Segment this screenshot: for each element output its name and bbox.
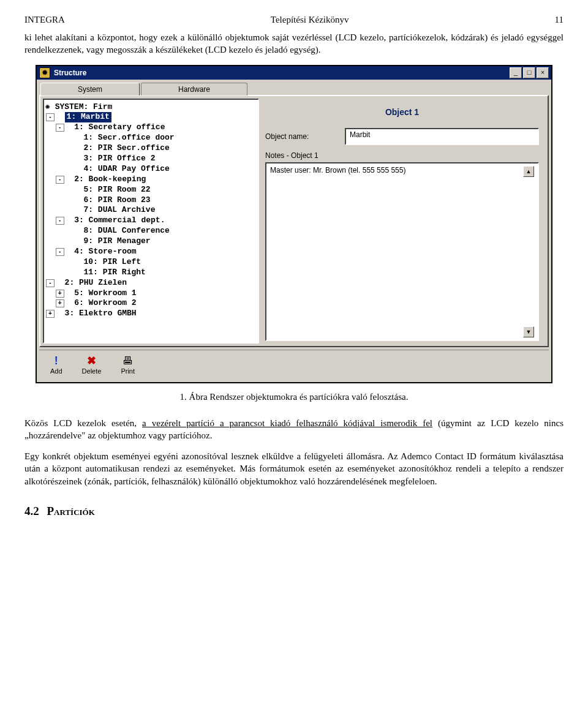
delete-icon: ✖ bbox=[87, 355, 96, 366]
header-left: INTEGRA bbox=[24, 15, 65, 25]
paragraph-lcd: Közös LCD kezelok esetén, a vezérelt par… bbox=[24, 417, 564, 442]
tree-pane[interactable]: ✺ SYSTEM: Firm - 1: Marbit - 1: Secretar… bbox=[43, 99, 259, 344]
add-icon: ! bbox=[55, 355, 58, 366]
tree-partition-6[interactable]: + 6: Workroom 2 bbox=[45, 298, 257, 309]
bottom-toolbar: ! Add ✖ Delete 🖶 Print bbox=[39, 350, 549, 380]
app-icon: ✺ bbox=[39, 67, 50, 78]
tree-root[interactable]: ✺ SYSTEM: Firm bbox=[45, 102, 257, 113]
section-heading: 4.2 Partíciók bbox=[24, 505, 564, 518]
minimize-button[interactable]: _ bbox=[510, 67, 522, 78]
tree-object-3[interactable]: + 3: Elektro GMBH bbox=[45, 309, 257, 319]
tree-partition-3[interactable]: - 3: Commercial dept. bbox=[45, 216, 257, 226]
tree-partition-4[interactable]: - 4: Store-room bbox=[45, 247, 257, 257]
tree-zone-1[interactable]: 1: Secr.office door bbox=[45, 133, 257, 143]
tree-zone-6[interactable]: 6: PIR Room 23 bbox=[45, 195, 257, 206]
header-center: Telepítési Kézikönyv bbox=[271, 15, 349, 25]
scroll-down-icon[interactable]: ▼ bbox=[523, 326, 534, 337]
tab-system[interactable]: System bbox=[40, 83, 140, 96]
delete-label: Delete bbox=[82, 367, 102, 375]
tree-object-1[interactable]: - 1: Marbit bbox=[45, 112, 257, 122]
notes-textarea[interactable]: Master user: Mr. Brown (tel. 555 555 555… bbox=[265, 162, 539, 341]
tree-partition-5[interactable]: + 5: Workroom 1 bbox=[45, 288, 257, 299]
object-heading: Object 1 bbox=[265, 107, 539, 117]
delete-button[interactable]: ✖ Delete bbox=[82, 355, 102, 375]
maximize-button[interactable]: □ bbox=[523, 67, 535, 78]
para2a: Közös LCD kezelok esetén, bbox=[24, 418, 142, 428]
intro-paragraph: ki lehet alakítani a központot, hogy eze… bbox=[24, 31, 564, 56]
tab-bar: System Hardware bbox=[37, 80, 551, 95]
window-titlebar: ✺ Structure _ □ × bbox=[37, 66, 551, 80]
figure-caption: 1. Ábra Rendszer objektumokra és partíci… bbox=[24, 392, 564, 402]
tree-object-2[interactable]: - 2: PHU Zielen bbox=[45, 278, 257, 288]
notes-text: Master user: Mr. Brown (tel. 555 555 555… bbox=[270, 166, 521, 337]
tree-partition-2[interactable]: - 2: Book-keeping bbox=[45, 175, 257, 185]
close-button[interactable]: × bbox=[537, 67, 549, 78]
header-right: 11 bbox=[555, 15, 564, 25]
print-label: Print bbox=[121, 367, 135, 375]
tree-zone-10[interactable]: 10: PIR Left bbox=[45, 257, 257, 268]
tree-zone-5[interactable]: 5: PIR Room 22 bbox=[45, 185, 257, 195]
tree-zone-9[interactable]: 9: PIR Menager bbox=[45, 236, 257, 247]
tab-hardware[interactable]: Hardware bbox=[141, 83, 247, 96]
section-title: Partíciók bbox=[47, 505, 95, 517]
tree-zone-2[interactable]: 2: PIR Secr.office bbox=[45, 143, 257, 154]
print-button[interactable]: 🖶 Print bbox=[121, 355, 135, 375]
paragraph-events: Egy konkrét objektum eseményei egyéni az… bbox=[24, 450, 564, 487]
tree-partition-1[interactable]: - 1: Secretary office bbox=[45, 122, 257, 133]
tree-zone-8[interactable]: 8: DUAL Conference bbox=[45, 226, 257, 236]
page-header: INTEGRA Telepítési Kézikönyv 11 bbox=[24, 15, 564, 25]
structure-window: ✺ Structure _ □ × System Hardware ✺ SYST… bbox=[36, 65, 552, 383]
object-name-label: Object name: bbox=[265, 132, 345, 141]
tree-zone-11[interactable]: 11: PIR Right bbox=[45, 268, 257, 278]
print-icon: 🖶 bbox=[123, 355, 134, 366]
tree-zone-3[interactable]: 3: PIR Office 2 bbox=[45, 154, 257, 164]
right-pane: Object 1 Object name: Marbit Notes - Obj… bbox=[259, 99, 545, 344]
add-button[interactable]: ! Add bbox=[50, 355, 62, 375]
window-title: Structure bbox=[54, 69, 508, 77]
tree-zone-7[interactable]: 7: DUAL Archive bbox=[45, 205, 257, 216]
object-name-input[interactable]: Marbit bbox=[345, 128, 539, 145]
notes-label: Notes - Object 1 bbox=[265, 151, 539, 160]
para2-underline: a vezérelt partíció a parancsot kiadó fe… bbox=[142, 418, 432, 428]
section-number: 4.2 bbox=[24, 505, 39, 517]
tree-zone-4[interactable]: 4: UDAR Pay Office bbox=[45, 164, 257, 175]
scroll-up-icon[interactable]: ▲ bbox=[523, 166, 534, 177]
add-label: Add bbox=[50, 367, 62, 375]
